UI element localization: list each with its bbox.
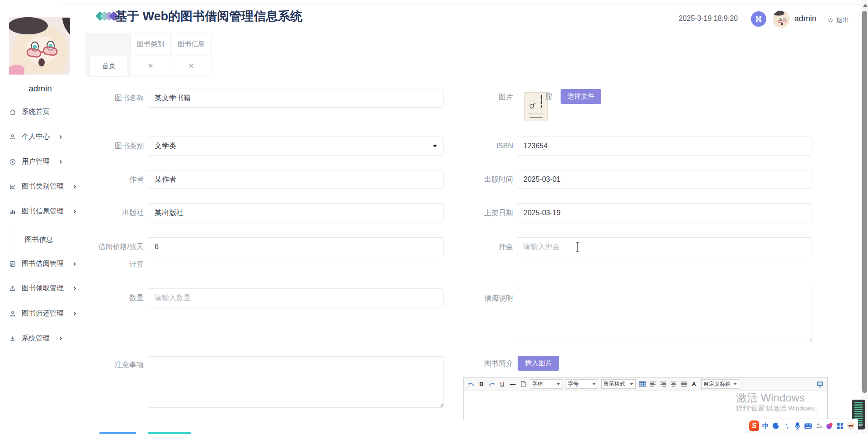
ime-collapse-arrow-icon[interactable] [859,424,863,427]
publish-date-label: 出版时间 [423,175,513,184]
font-color-label: A [692,381,696,387]
sidebar-username: admin [0,84,80,94]
daily-price-label-line1: 借阅价格/按天 [45,242,144,251]
editor-fullscreen-button[interactable] [816,380,824,389]
align-justify-button[interactable] [680,380,688,389]
download-icon [9,335,16,342]
scrollbar-up-arrow[interactable] [863,4,868,7]
select-caret-icon [592,383,596,385]
delete-image-icon[interactable] [544,91,553,101]
undo-icon [467,381,475,387]
sidebar-item-home[interactable]: 系统首页 [9,107,50,117]
chevron-right-icon [72,311,77,316]
paragraph-format-select[interactable]: 段落格式 [601,379,636,389]
emoji-icon[interactable] [846,421,855,430]
align-left-icon [650,381,656,387]
fullscreen-button[interactable] [751,11,766,27]
moon-icon[interactable] [772,421,781,430]
paste-button[interactable] [519,380,527,389]
user-settings-icon[interactable] [815,421,823,430]
keyboard-icon[interactable] [804,421,812,430]
tab-home[interactable]: 首页 [90,55,128,77]
custom-heading-select[interactable]: 自定义标题 [701,379,739,389]
shelf-date-label: 上架日期 [423,208,513,217]
align-center-button[interactable] [670,380,677,389]
sidebar-item-return-mgmt[interactable]: 图书归还管理 [9,309,77,318]
book-name-input[interactable] [148,89,444,108]
punctuation-icon[interactable]: ’, [783,421,791,430]
font-color-button[interactable]: A [691,380,698,389]
scrollbar-thumb[interactable] [862,11,867,393]
bar-chart-icon [9,208,16,215]
line-chart-icon [9,183,16,190]
custom-heading-value: 自定义标题 [703,380,731,388]
toolbox-icon[interactable] [836,421,844,430]
insert-image-button[interactable]: 插入图片 [518,356,559,371]
font-size-select[interactable]: 字号 [566,379,598,389]
book-name-label: 图书名称 [45,94,144,103]
font-family-select[interactable]: 字体 [530,379,562,389]
sidebar-item-label: 系统管理 [22,334,50,343]
submit-button-partial[interactable] [99,432,136,434]
bold-button[interactable]: B [478,380,485,389]
logout-button[interactable]: 退出 [827,16,849,24]
category-selected-value: 文学类 [155,142,176,151]
header-datetime: 2025-3-19 18:9:20 [665,14,738,23]
microphone-icon[interactable] [793,421,802,430]
chevron-right-icon [58,336,63,341]
cancel-button-partial[interactable] [148,432,191,434]
user-icon [9,133,16,141]
skin-icon[interactable] [825,421,834,430]
isbn-input[interactable] [517,137,812,156]
tab-close-book-info[interactable]: ✕ [171,55,212,77]
redo-icon [488,381,495,387]
shelf-date-input[interactable] [517,203,812,222]
undo-button[interactable] [467,380,475,389]
deposit-input[interactable] [517,237,812,256]
align-right-icon [660,381,666,387]
sidebar-item-system-mgmt[interactable]: 系统管理 [9,334,63,343]
align-right-button[interactable] [660,380,667,389]
select-caret-icon [733,383,737,385]
publisher-label: 出版社 [45,208,144,217]
author-input[interactable] [148,170,444,189]
publish-date-input[interactable] [517,170,812,189]
sidebar-avatar [9,17,70,75]
redo-button[interactable] [488,380,495,389]
chinese-mode-icon[interactable]: 中 [761,421,770,430]
logout-label: 退出 [836,16,849,24]
sidebar-item-users[interactable]: 用户管理 [9,157,63,166]
notes-label: 注意事项 [45,360,144,369]
close-icon: ✕ [148,62,154,70]
horizontal-rule-button[interactable]: — [509,380,516,389]
table-icon [639,381,646,387]
sidebar-item-label: 图书领取管理 [22,283,64,293]
notes-textarea[interactable] [148,356,444,408]
close-icon: ✕ [189,62,194,70]
sidebar-item-label: 图书归还管理 [22,309,64,318]
isbn-label: ISBN [423,142,513,151]
select-caret-icon [557,383,560,385]
monitor-icon [816,381,824,387]
submenu-indent-line [15,226,15,252]
align-justify-icon [681,381,687,387]
tab-book-info[interactable]: 图书信息 [171,33,212,55]
sidebar-item-pickup-mgmt[interactable]: 图书领取管理 [9,283,77,293]
sidebar-item-profile[interactable]: 个人中心 [9,132,63,142]
align-left-button[interactable] [649,380,656,389]
font-family-value: 字体 [532,380,543,388]
editor-toolbar: B U — 字体 字号 [464,377,827,391]
publisher-input[interactable] [148,203,444,222]
tab-book-category[interactable]: 图书类别 [130,33,171,55]
fullscreen-icon [755,15,762,23]
borrow-desc-textarea[interactable] [517,286,812,343]
power-icon [827,17,834,24]
category-select[interactable]: 文学类 [148,137,444,156]
sogou-logo-icon[interactable]: S [749,420,759,431]
tab-close-book-category[interactable]: ✕ [130,55,171,77]
quantity-input[interactable] [148,288,444,307]
insert-table-button[interactable] [639,380,646,389]
daily-price-input[interactable] [148,237,444,256]
choose-file-button[interactable]: 选择文件 [561,89,601,104]
underline-button[interactable]: U [499,380,506,389]
